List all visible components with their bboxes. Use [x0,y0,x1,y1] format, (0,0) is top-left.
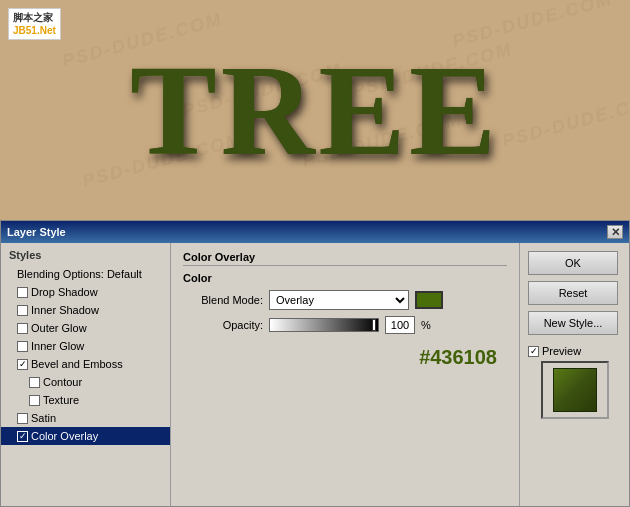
opacity-value[interactable]: 100 [385,316,415,334]
blend-mode-row: Blend Mode: Overlay Normal Multiply Scre… [183,290,507,310]
slider-handle [372,319,376,331]
sidebar-item-blending[interactable]: Blending Options: Default [1,265,170,283]
inner-shadow-checkbox[interactable] [17,305,28,316]
bevel-emboss-label: Bevel and Emboss [31,358,123,370]
color-overlay-checkbox[interactable] [17,431,28,442]
center-panel: Color Overlay Color Blend Mode: Overlay … [171,243,519,506]
preview-checkbox[interactable] [528,346,539,357]
percent-sign: % [421,319,431,331]
satin-checkbox[interactable] [17,413,28,424]
opacity-label: Opacity: [183,319,263,331]
sidebar-item-inner-glow[interactable]: Inner Glow [1,337,170,355]
drop-shadow-label: Drop Shadow [31,286,98,298]
satin-label: Satin [31,412,56,424]
outer-glow-label: Outer Glow [31,322,87,334]
new-style-button[interactable]: New Style... [528,311,618,335]
contour-label: Contour [43,376,82,388]
color-overlay-label: Color Overlay [31,430,98,442]
logo-badge: 脚本之家 JB51.Net [8,8,61,40]
logo-line2: JB51.Net [13,24,56,37]
dialog-title: Layer Style [7,226,66,238]
sidebar-item-inner-shadow[interactable]: Inner Shadow [1,301,170,319]
preview-square [553,368,597,412]
sidebar-item-color-overlay[interactable]: Color Overlay [1,427,170,445]
dialog-body: Styles Blending Options: Default Drop Sh… [1,243,629,506]
sidebar-blending-label: Blending Options: Default [17,268,142,280]
blend-mode-select[interactable]: Overlay Normal Multiply Screen Soft Ligh… [269,290,409,310]
opacity-slider[interactable] [269,318,379,332]
watermark-7: PSD-DUDE.COM [500,89,630,152]
right-panel: OK Reset New Style... Preview [519,243,629,506]
section-title: Color Overlay [183,251,507,266]
canvas-area: PSD-DUDE.COM PSD-DUDE.COM PSD-DUDE.COM P… [0,0,630,220]
inner-glow-label: Inner Glow [31,340,84,352]
sidebar-item-outer-glow[interactable]: Outer Glow [1,319,170,337]
sidebar-item-drop-shadow[interactable]: Drop Shadow [1,283,170,301]
inner-shadow-label: Inner Shadow [31,304,99,316]
sidebar-item-bevel-emboss[interactable]: Bevel and Emboss [1,355,170,373]
color-hex-display: #436108 [183,346,507,369]
contour-checkbox[interactable] [29,377,40,388]
texture-checkbox[interactable] [29,395,40,406]
dialog-titlebar: Layer Style ✕ [1,221,629,243]
sidebar-item-satin[interactable]: Satin [1,409,170,427]
logo-line1: 脚本之家 [13,11,56,24]
texture-label: Texture [43,394,79,406]
preview-area: Preview [528,345,621,419]
preview-box [541,361,609,419]
bevel-emboss-checkbox[interactable] [17,359,28,370]
preview-text: Preview [542,345,581,357]
reset-button[interactable]: Reset [528,281,618,305]
blend-mode-label: Blend Mode: [183,294,263,306]
opacity-row: Opacity: 100 % [183,316,507,334]
sidebar-item-contour[interactable]: Contour [1,373,170,391]
ok-button[interactable]: OK [528,251,618,275]
drop-shadow-checkbox[interactable] [17,287,28,298]
preview-label: Preview [528,345,621,357]
color-sub-title: Color [183,272,507,284]
sidebar-header: Styles [1,247,170,265]
sidebar-item-texture[interactable]: Texture [1,391,170,409]
tree-text: TREE [130,35,500,185]
outer-glow-checkbox[interactable] [17,323,28,334]
close-button[interactable]: ✕ [607,225,623,239]
color-swatch[interactable] [415,291,443,309]
layer-style-dialog: Layer Style ✕ Styles Blending Options: D… [0,220,630,507]
inner-glow-checkbox[interactable] [17,341,28,352]
left-panel: Styles Blending Options: Default Drop Sh… [1,243,171,506]
